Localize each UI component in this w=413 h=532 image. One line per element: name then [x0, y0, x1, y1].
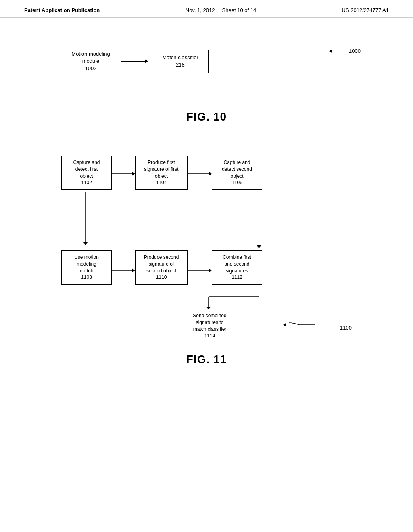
box-match-classifier: Match classifier 218 [152, 50, 209, 73]
box-1104: Produce first signature of first object … [135, 156, 188, 190]
page-header: Patent Application Publication Nov. 1, 2… [0, 0, 413, 18]
svg-marker-5 [83, 242, 88, 245]
header-patent-number: US 2012/274777 A1 [342, 7, 389, 13]
header-sheet: Sheet 10 of 14 [222, 7, 257, 13]
fig11-section: Capture and detect first object 1102 Pro… [32, 148, 381, 366]
label-1000-text: 1000 [349, 48, 361, 54]
svg-marker-10 [132, 268, 135, 272]
svg-marker-3 [209, 172, 212, 176]
box-1114: Send combined signatures to match classi… [184, 309, 236, 343]
box-1102: Capture and detect first object 1102 [61, 156, 112, 190]
fig11-caption: FIG. 11 [32, 353, 381, 366]
box-1110: Produce second signature of second objec… [135, 250, 188, 285]
label-1000: 1000 [329, 48, 361, 54]
fig10-section: 1000 Motion modeling module 1002 Match c… [32, 46, 381, 123]
svg-marker-1 [132, 172, 135, 176]
box-1108: Use motion modeling module 1108 [61, 250, 112, 285]
arrow-fig10 [121, 59, 148, 63]
header-date-sheet: Nov. 1, 2012 Sheet 10 of 14 [186, 7, 256, 13]
page-content: 1000 Motion modeling module 1002 Match c… [0, 18, 413, 378]
box-1106: Capture and detect second object 1106 [212, 156, 262, 190]
label-1100: 1100 [340, 325, 352, 331]
box-motion-modeling: Motion modeling module 1002 [65, 46, 117, 77]
fig10-caption: FIG. 10 [32, 110, 381, 123]
svg-marker-18 [283, 323, 286, 327]
header-publication-label: Patent Application Publication [24, 7, 100, 13]
svg-marker-12 [209, 268, 212, 272]
box-1112: Combine first and second signatures 1112 [212, 250, 262, 285]
label-1100-text: 1100 [340, 325, 352, 331]
svg-marker-8 [257, 245, 261, 249]
header-date: Nov. 1, 2012 [186, 7, 215, 13]
